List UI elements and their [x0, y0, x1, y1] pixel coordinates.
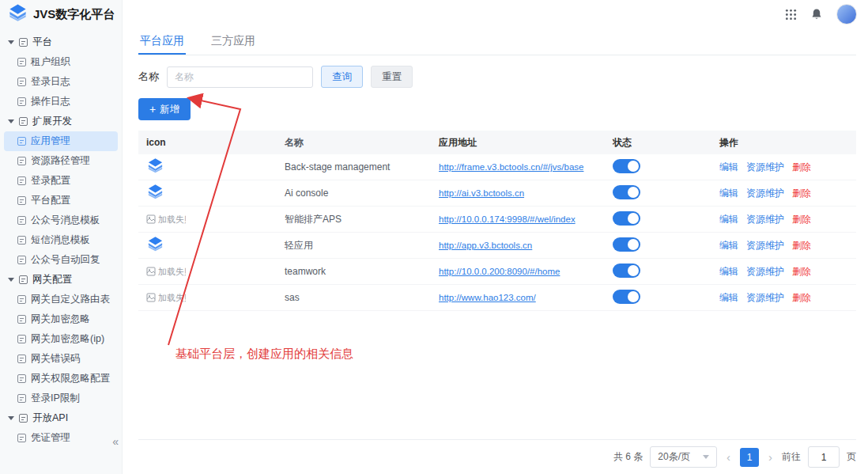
delete-link[interactable]: 删除 — [792, 161, 811, 174]
resource-maintain-link[interactable]: 资源维护 — [746, 265, 784, 279]
tab-platform-apps[interactable]: 平台应用 — [138, 28, 186, 55]
page-number-1[interactable]: 1 — [740, 448, 759, 467]
status-toggle[interactable] — [613, 211, 640, 226]
delete-link[interactable]: 删除 — [792, 239, 811, 252]
app-url-link[interactable]: http://frame.v3.bctools.cn/#/jvs/base — [439, 162, 583, 172]
sidebar-group-label: 扩展开发 — [32, 115, 72, 128]
edit-link[interactable]: 编辑 — [719, 187, 738, 200]
app-url-link[interactable]: http://10.0.0.174:9998/#/wel/index — [439, 214, 576, 224]
user-avatar[interactable] — [836, 4, 857, 25]
sidebar-item-label: 网关错误码 — [31, 352, 81, 366]
app-management-icon — [17, 137, 26, 146]
app-url-link[interactable]: http://app.v3.bctools.cn — [439, 241, 532, 250]
name-filter-label: 名称 — [138, 70, 159, 84]
delete-link[interactable]: 删除 — [792, 265, 811, 279]
sidebar-collapse-button[interactable]: « — [112, 436, 119, 447]
app-url-link[interactable]: http://www.hao123.com/ — [439, 293, 536, 302]
main-content: 平台应用 三方应用 名称 查询 重置 + 新增 icon 名称 应用地址 状态 … — [123, 28, 868, 474]
app-name: 智能排产APS — [285, 213, 439, 226]
edit-link[interactable]: 编辑 — [719, 291, 738, 305]
sidebar: JVS数字化平台 平台 租户组织 登录日志 操作日志 扩展开发 应用管理 — [0, 0, 123, 474]
sidebar-group-extension-dev[interactable]: 扩展开发 — [0, 112, 122, 131]
sidebar-item-credential-management[interactable]: 凭证管理 — [0, 428, 122, 448]
open-api-icon — [19, 414, 28, 423]
next-page-button[interactable]: › — [766, 450, 775, 464]
sidebar-group-open-api[interactable]: 开放API — [0, 408, 122, 428]
app-name: Ai console — [285, 188, 439, 199]
resource-maintain-link[interactable]: 资源维护 — [746, 187, 784, 200]
sidebar-group-platform[interactable]: 平台 — [0, 32, 122, 52]
jvs-logo-icon — [146, 235, 164, 256]
table-header: icon 名称 应用地址 状态 操作 — [138, 131, 856, 154]
resource-maintain-link[interactable]: 资源维护 — [746, 213, 784, 226]
resource-maintain-link[interactable]: 资源维护 — [746, 291, 784, 305]
sidebar-group-label: 平台 — [32, 36, 52, 49]
status-toggle[interactable] — [613, 159, 640, 173]
sidebar-item-resource-path[interactable]: 资源路径管理 — [0, 151, 122, 171]
sidebar-item-login-config[interactable]: 登录配置 — [0, 171, 122, 191]
login-config-icon — [17, 176, 26, 185]
edit-link[interactable]: 编辑 — [719, 161, 738, 174]
status-toggle[interactable] — [613, 290, 640, 304]
query-button[interactable]: 查询 — [321, 66, 363, 88]
delete-link[interactable]: 删除 — [792, 291, 811, 305]
applications-table: icon 名称 应用地址 状态 操作 Back-stage management… — [138, 131, 856, 311]
sidebar-item-custom-route-table[interactable]: 网关自定义路由表 — [0, 290, 122, 309]
edit-link[interactable]: 编辑 — [719, 265, 738, 279]
sidebar-group-gateway-config[interactable]: 网关配置 — [0, 270, 122, 290]
sidebar-item-encrypt-ignore-ip[interactable]: 网关加密忽略(ip) — [0, 329, 122, 349]
app-icon-cell — [138, 183, 285, 203]
sidebar-item-wechat-msg-template[interactable]: 公众号消息模板 — [0, 210, 122, 230]
sidebar-item-label: 登录日志 — [31, 75, 70, 89]
filter-bar: 名称 查询 重置 — [138, 66, 856, 88]
add-button[interactable]: + 新增 — [138, 98, 191, 120]
table-row: 加载失败 智能排产APS http://10.0.0.174:9998/#/we… — [138, 207, 856, 233]
column-header-actions: 操作 — [719, 136, 856, 150]
app-name: teamwork — [285, 266, 439, 277]
sidebar-item-permission-ignore[interactable]: 网关权限忽略配置 — [0, 369, 122, 389]
sidebar-item-login-log[interactable]: 登录日志 — [0, 72, 122, 92]
chevron-down-icon — [8, 119, 14, 123]
edit-link[interactable]: 编辑 — [719, 239, 738, 252]
resource-maintain-link[interactable]: 资源维护 — [746, 239, 784, 252]
topbar-actions — [785, 0, 868, 28]
page-size-value: 20条/页 — [658, 450, 690, 464]
page-size-select[interactable]: 20条/页 — [650, 446, 717, 468]
app-url-link[interactable]: http://ai.v3.bctools.cn — [439, 188, 524, 198]
delete-link[interactable]: 删除 — [792, 187, 811, 200]
delete-link[interactable]: 删除 — [792, 213, 811, 226]
edit-link[interactable]: 编辑 — [719, 213, 738, 226]
reset-button[interactable]: 重置 — [371, 66, 413, 88]
status-toggle[interactable] — [613, 185, 640, 199]
sidebar-item-gateway-error-code[interactable]: 网关错误码 — [0, 349, 122, 369]
sidebar-item-tenant-org[interactable]: 租户组织 — [0, 52, 122, 72]
status-toggle[interactable] — [613, 237, 640, 252]
app-icon-cell: 加载失败 — [138, 214, 285, 226]
tab-third-party-apps[interactable]: 三方应用 — [209, 28, 257, 55]
encrypt-ignore-icon — [17, 315, 26, 324]
sidebar-item-platform-config[interactable]: 平台配置 — [0, 191, 122, 210]
apps-grid-icon[interactable] — [785, 9, 797, 21]
app-url-link[interactable]: http://10.0.0.200:8090/#/home — [439, 267, 560, 276]
sidebar-item-app-management[interactable]: 应用管理 — [4, 131, 118, 151]
sidebar-item-encrypt-ignore[interactable]: 网关加密忽略 — [0, 309, 122, 329]
sidebar-item-login-ip-limit[interactable]: 登录IP限制 — [0, 389, 122, 408]
sidebar-item-label: 登录配置 — [31, 174, 70, 188]
sidebar-item-operation-log[interactable]: 操作日志 — [0, 92, 122, 112]
tab-bar: 平台应用 三方应用 — [138, 28, 856, 55]
prev-page-button[interactable]: ‹ — [724, 450, 733, 464]
bell-icon[interactable] — [810, 8, 823, 21]
sidebar-item-label: 网关权限忽略配置 — [31, 372, 110, 385]
sidebar-item-sms-template[interactable]: 短信消息模板 — [0, 230, 122, 250]
chevron-down-icon — [8, 416, 14, 420]
route-table-icon — [17, 295, 26, 304]
sidebar-item-auto-reply[interactable]: 公众号自动回复 — [0, 250, 122, 270]
resource-maintain-link[interactable]: 资源维护 — [746, 161, 784, 174]
goto-page-input[interactable] — [808, 446, 840, 468]
sidebar-item-label: 平台配置 — [31, 194, 70, 207]
column-header-icon: icon — [138, 137, 285, 148]
status-toggle[interactable] — [613, 264, 640, 278]
broken-image-icon: 加载失败 — [146, 266, 186, 278]
table-row: Back-stage management http://frame.v3.bc… — [138, 154, 856, 180]
name-filter-input[interactable] — [167, 66, 313, 88]
